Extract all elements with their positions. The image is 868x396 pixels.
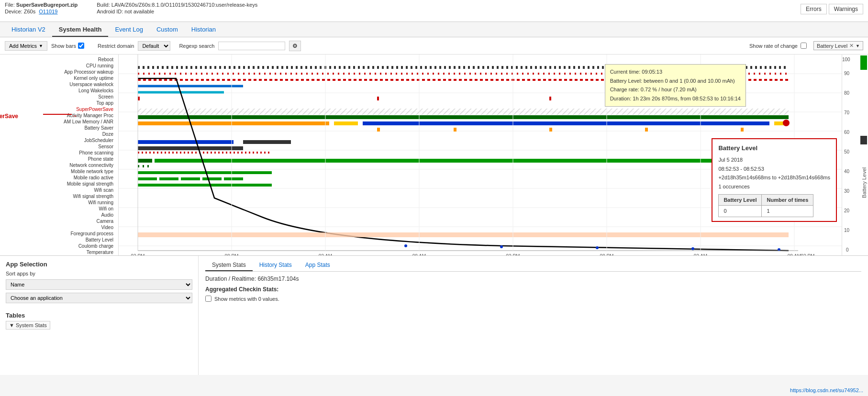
domain-select[interactable]: Default Custom: [138, 41, 170, 51]
svg-rect-42: [181, 177, 200, 180]
errors-button[interactable]: Errors: [801, 4, 827, 14]
battery-popup-date: Jul 5 2018: [718, 155, 830, 165]
y-axis: 0 10 20 30 40 50 60 70 80 90 100 Battery…: [842, 55, 868, 255]
show-rate-checkbox[interactable]: [801, 43, 807, 49]
metric-long-wakelocks: Long Wakelocks: [0, 88, 118, 94]
metric-screen: Screen: [0, 94, 118, 100]
metric-wifi-running: Wifi running: [0, 199, 118, 206]
show-zero-checkbox[interactable]: [205, 296, 211, 302]
svg-text:50: 50: [844, 149, 850, 154]
file-label: File: SuperSaveBugreport.zip: [5, 2, 78, 8]
device-label: Device: Z60s O11019: [5, 9, 78, 14]
svg-rect-44: [224, 177, 243, 180]
bottom-section: App Selection Sort apps by Name Choose a…: [0, 255, 868, 375]
arrow-line: [43, 114, 72, 115]
device-link[interactable]: O11019: [39, 9, 57, 14]
metric-jobscheduler: JobScheduler: [0, 137, 118, 143]
show-bars-checkbox[interactable]: [78, 43, 84, 49]
show-rate-label: Show rate of change: [749, 43, 798, 49]
battery-popup-delta: +2d18h35m14s668ms to +2d18h35m14s668ms: [718, 173, 830, 182]
regexp-input[interactable]: [218, 42, 285, 50]
svg-text:20: 20: [844, 208, 850, 213]
restrict-domain-label: Restrict domain: [98, 43, 134, 49]
metric-battery-level: Battery Level: [0, 237, 118, 243]
metric-top-app: Top app: [0, 100, 118, 106]
metric-coulomb-charge: Coulomb charge: [0, 243, 118, 249]
header: File: SuperSaveBugreport.zip Device: Z60…: [0, 0, 868, 22]
yaxis-svg: 0 10 20 30 40 50 60 70 80 90 100 Battery…: [842, 55, 868, 255]
svg-rect-37: [143, 165, 144, 167]
svg-rect-29: [741, 128, 744, 132]
table-header-battery-level: Battery Level: [719, 194, 762, 206]
metric-network-connectivity: Network connectivity: [0, 162, 118, 168]
svg-text:Battery Level: Battery Level: [861, 167, 867, 198]
show-zero-label: Show metrics with 0 values.: [214, 296, 279, 302]
chart-area[interactable]: 02 PM 08 PM 02 AM 08 AM 02 PM 08 PM 02 A…: [119, 55, 842, 255]
app-selection-panel: App Selection Sort apps by Name Choose a…: [0, 256, 199, 375]
aggregated-label: Aggregated Checkin Stats:: [205, 286, 861, 293]
stats-panel: System Stats History Stats App Stats Dur…: [199, 256, 868, 375]
battery-tag-label: Battery Level: [817, 43, 847, 49]
metric-doze: Doze: [0, 131, 118, 137]
svg-rect-39: [138, 171, 272, 174]
toolbar: Add Metrics ▼ Show bars Restrict domain …: [0, 37, 868, 55]
sort-select[interactable]: Name: [6, 279, 192, 290]
svg-text:0: 0: [846, 247, 849, 253]
battery-popup-table: Battery Level Number of times 0 1: [718, 194, 813, 217]
battery-popup-occurrences: 1 occurences: [718, 182, 830, 191]
tab-event-log[interactable]: Event Log: [108, 23, 150, 37]
svg-rect-25: [377, 128, 380, 132]
battery-tag-close[interactable]: ✕: [849, 43, 854, 49]
metric-phone-state: Phone state: [0, 156, 118, 162]
app-select[interactable]: Choose an application: [6, 293, 192, 303]
svg-text:08 PM: 08 PM: [600, 253, 614, 255]
svg-rect-30: [138, 140, 234, 144]
svg-rect-51: [138, 232, 789, 237]
sort-row: Sort apps by: [6, 271, 192, 276]
tab-historian[interactable]: Historian: [185, 23, 223, 37]
tooltip-current-time: Current time: 09:05:13: [610, 67, 741, 77]
svg-text:08 PM: 08 PM: [225, 253, 239, 255]
battery-popup-time-range: 08:52:53 - 08:52:53: [718, 165, 830, 174]
svg-rect-45: [138, 184, 272, 187]
metric-video: Video: [0, 224, 118, 231]
file-value: SuperSaveBugreport.zip: [16, 2, 78, 8]
metric-phone-scanning: Phone scanning: [0, 150, 118, 156]
metric-wifi-signal-strength: Wifi signal strength: [0, 193, 118, 199]
stats-tab-history[interactable]: History Stats: [253, 260, 299, 271]
tooltip-charge-rate: Charge rate: 0.72 % / hour (7.20 mA): [610, 85, 741, 94]
android-id-label: Android ID: not available: [97, 9, 257, 14]
add-metrics-button[interactable]: Add Metrics ▼: [5, 41, 47, 51]
navigation-tabs: Historian V2 System Health Event Log Cus…: [0, 22, 868, 37]
system-stats-item[interactable]: ▼ System Stats: [6, 321, 50, 330]
svg-text:90: 90: [844, 71, 850, 76]
svg-text:10: 10: [844, 228, 850, 233]
hover-tooltip: Current time: 09:05:13 Battery Level: be…: [605, 64, 746, 107]
metric-foreground-process: Foreground process: [0, 231, 118, 237]
svg-rect-28: [645, 128, 648, 132]
build-value: LAVA/Z60s/Z60s:8.1.0/O11019/1530246710:u…: [111, 2, 257, 8]
svg-point-47: [500, 245, 503, 248]
watermark-link[interactable]: https://blog.csdn.net/su74952...: [790, 387, 863, 393]
svg-rect-35: [155, 159, 791, 163]
tab-historian-v2[interactable]: Historian V2: [5, 23, 52, 37]
table-header-num-times: Number of times: [762, 194, 813, 206]
svg-text:80: 80: [844, 90, 850, 96]
warnings-button[interactable]: Warnings: [829, 4, 863, 14]
svg-rect-34: [138, 159, 152, 163]
tab-custom[interactable]: Custom: [150, 23, 185, 37]
tab-system-health[interactable]: System Health: [52, 23, 109, 37]
svg-rect-31: [243, 140, 291, 144]
gear-button[interactable]: ⚙: [289, 41, 301, 51]
stats-tab-system[interactable]: System Stats: [205, 260, 253, 271]
show-bars-label: Show bars: [51, 43, 76, 49]
svg-text:02 PM: 02 PM: [801, 253, 815, 255]
svg-rect-27: [549, 128, 552, 132]
metric-mobile-signal-strength: Mobile signal strength: [0, 181, 118, 187]
svg-rect-23: [363, 121, 769, 125]
svg-point-46: [404, 244, 407, 247]
metric-wifi-scan: Wifi scan: [0, 187, 118, 193]
dropdown-arrow-icon2: ▼: [856, 44, 860, 48]
svg-text:40: 40: [844, 169, 850, 174]
stats-tab-app[interactable]: App Stats: [299, 260, 337, 271]
